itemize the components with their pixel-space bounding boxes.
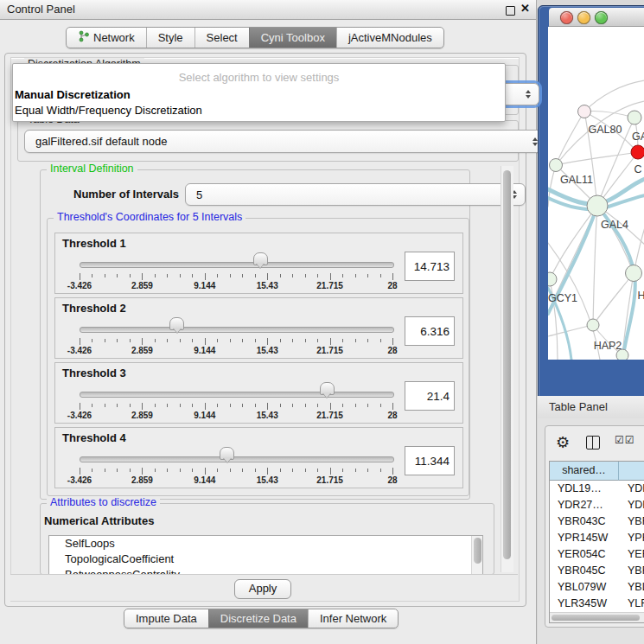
apply-strip: Apply (10, 574, 518, 601)
combo-stepper-icon (526, 90, 531, 99)
threshold-row: Threshold 4-3.4262.8599.14415.4321.71528 (54, 427, 463, 488)
attributes-list-scrollbar[interactable] (471, 536, 482, 575)
tab-label: jActiveMNodules (348, 31, 432, 44)
tab-select[interactable]: Select (194, 28, 249, 48)
attribute-item[interactable]: TopologicalCoefficient (49, 552, 482, 567)
threshold-slider-track[interactable] (80, 392, 394, 398)
network-node[interactable] (628, 111, 641, 124)
tab-jactivemnodules[interactable]: jActiveMNodules (336, 28, 443, 48)
attributes-group-label: Attributes to discretize (47, 496, 160, 508)
table-row[interactable]: YPR145WYPR1 (550, 530, 644, 546)
node-label: GAL11 (560, 174, 593, 186)
number-of-intervals-label: Number of Intervals (73, 188, 179, 201)
threshold-value-input[interactable] (405, 446, 455, 475)
network-node[interactable] (578, 105, 591, 118)
network-node[interactable] (587, 319, 599, 331)
tick-label: 21.715 (316, 346, 343, 355)
network-node[interactable] (548, 272, 557, 286)
minimize-traffic-light[interactable] (577, 11, 590, 24)
apply-button[interactable]: Apply (234, 579, 291, 599)
number-of-intervals-combobox[interactable]: 5 (185, 183, 526, 206)
threshold-slider-track[interactable] (80, 327, 394, 333)
network-node[interactable] (631, 145, 644, 159)
tick-label: -3.426 (67, 411, 92, 420)
interval-definition-label: Interval Definition (47, 163, 137, 175)
threshold-value-input[interactable] (405, 316, 455, 346)
tick-label: 9.144 (194, 475, 215, 485)
node-label: GCY1 (548, 292, 577, 304)
threshold-value-input[interactable] (405, 252, 455, 281)
network-edge (550, 206, 597, 279)
table-row[interactable]: YDR27…YDR2 (550, 497, 644, 513)
control-panel: Control Panel ✕ NetworkStyleSelectCyni T… (0, 0, 537, 644)
tab-label: Cyni Toolbox (261, 31, 325, 44)
table-row[interactable]: YBR043CYBR0 (550, 513, 644, 530)
close-traffic-light[interactable] (560, 11, 573, 24)
tab-cyni-toolbox[interactable]: Cyni Toolbox (249, 28, 336, 48)
gear-icon[interactable]: ⚙ (556, 433, 570, 452)
columns-icon[interactable] (586, 436, 600, 450)
threshold-slider-thumb[interactable] (253, 252, 268, 265)
bottom-tabs: Impute DataDiscretize DataInfer Network (124, 609, 399, 628)
table-row[interactable]: YER054CYER0 (550, 546, 644, 563)
float-window-icon[interactable] (506, 6, 515, 16)
algorithm-option[interactable]: Manual Discretization (15, 87, 503, 103)
threshold-slider-thumb[interactable] (169, 317, 184, 330)
tab-label: Discretize Data (220, 612, 296, 625)
number-of-intervals-value: 5 (196, 188, 202, 201)
column-header-shared-name[interactable]: shared… (550, 462, 619, 481)
attribute-item[interactable]: SelfLoops (49, 536, 482, 552)
threshold-row: Threshold 1-3.4262.8599.14415.4321.71528 (54, 233, 463, 294)
tick-label: 2.859 (131, 411, 153, 420)
network-edge (548, 325, 593, 336)
threshold-label: Threshold 3 (62, 367, 126, 379)
tick-label: -3.426 (67, 346, 92, 355)
threshold-slider-thumb[interactable] (220, 447, 234, 460)
network-edge (556, 152, 638, 165)
network-node[interactable] (626, 265, 642, 282)
tab-infer-network[interactable]: Infer Network (308, 609, 398, 628)
panel-scrollbar[interactable] (501, 166, 513, 572)
tab-impute-data[interactable]: Impute Data (124, 609, 208, 628)
zoom-traffic-light[interactable] (595, 11, 608, 24)
network-node[interactable] (550, 159, 563, 172)
tab-label: Impute Data (136, 612, 197, 625)
table-panel-inner: ⚙ ☑☑ shared… na YDL19…YDL1YDR27…YDR2YBR0… (545, 425, 644, 628)
table-panel-body: ⚙ ☑☑ shared… na YDL19…YDL1YDR27…YDR2YBR0… (538, 418, 644, 644)
top-tabs: NetworkStyleSelectCyni ToolboxjActiveMNo… (66, 27, 444, 48)
table-row[interactable]: YBR045CYBR0 (550, 563, 644, 579)
tab-label: Network (93, 31, 135, 44)
tick-label: 9.144 (194, 281, 215, 290)
threshold-slider-track[interactable] (80, 456, 394, 462)
tab-style[interactable]: Style (146, 28, 194, 48)
table-row[interactable]: YLR345WYLR3 (550, 596, 644, 612)
table-panel-title: Table Panel (549, 400, 608, 413)
tick-label: 28 (387, 346, 397, 355)
node-label: GA (632, 131, 644, 143)
column-header-name[interactable]: na (619, 462, 644, 481)
tick-label: -3.426 (67, 281, 92, 290)
table-horizontal-scrollbar[interactable] (550, 612, 644, 622)
tick-label: 15.43 (257, 475, 278, 485)
close-icon[interactable]: ✕ (520, 2, 530, 15)
network-node[interactable] (587, 195, 608, 216)
threshold-label: Threshold 2 (62, 302, 126, 315)
threshold-slider-track[interactable] (80, 262, 394, 268)
tick-label: 15.43 (257, 411, 278, 420)
numerical-attributes-label: Numerical Attributes (44, 514, 154, 527)
threshold-value-input[interactable] (405, 381, 455, 411)
tick-label: 28 (387, 411, 397, 420)
table-data-combobox[interactable]: galFiltered.sif default node (24, 130, 546, 153)
select-checkboxes-icon[interactable]: ☑☑ (615, 434, 635, 446)
tick-label: 21.715 (316, 411, 343, 420)
tab-network[interactable]: Network (67, 28, 146, 48)
tick-label: 28 (387, 475, 397, 485)
table-row[interactable]: YDL19…YDL1 (550, 481, 644, 497)
tab-discretize-data[interactable]: Discretize Data (208, 609, 308, 628)
network-canvas[interactable]: GAL80GACGAL11GAL4HGCY1HAP2 (548, 27, 644, 360)
table-row[interactable]: YBL079WYBL0 (550, 579, 644, 596)
algorithm-option[interactable]: Equal Width/Frequency Discretization (15, 103, 503, 118)
threshold-slider-thumb[interactable] (320, 382, 335, 395)
thresholds-group-label: Threshold's Coordinates for 5 Intervals (54, 211, 245, 223)
algorithm-dropdown-popup: Select algorithm to view settings Manual… (12, 63, 506, 122)
